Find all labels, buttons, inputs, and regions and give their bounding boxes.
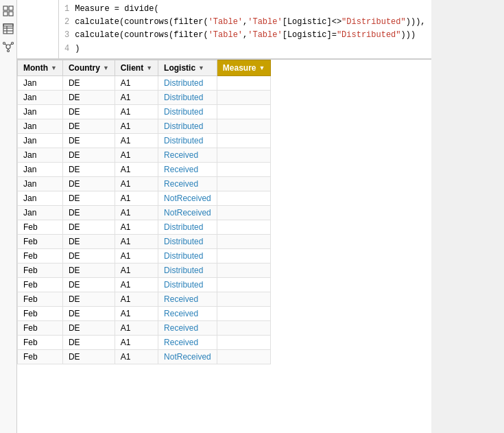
cell-country: DE [62,349,115,364]
cell-month: Jan [18,104,63,119]
table-row: FebDEA1Distributed [18,248,271,263]
cell-month: Feb [18,248,63,263]
cell-logistic: Distributed [158,90,217,104]
cell-client: A1 [115,248,158,263]
table-row: FebDEA1Distributed [18,220,271,234]
left-toolbar [0,0,17,433]
cell-month: Jan [18,119,63,133]
client-dropdown-icon[interactable]: ▼ [146,65,152,71]
table-row: FebDEA1Distributed [18,277,271,292]
col-country[interactable]: Country ▼ [62,60,115,75]
cell-country: DE [62,162,115,176]
cell-measure [217,176,271,191]
cell-logistic: Received [158,162,217,176]
cell-client: A1 [115,148,158,162]
cell-logistic: Distributed [158,248,217,263]
cell-logistic: Distributed [158,277,217,292]
col-logistic[interactable]: Logistic ▼ [158,60,217,75]
cell-client: A1 [115,335,158,349]
cell-country: DE [62,148,115,162]
main-container: 1Measure = divide( 2calculate(countrows(… [0,0,504,433]
cell-measure [217,349,271,364]
cell-measure [217,335,271,349]
cell-client: A1 [115,119,158,133]
measure-dropdown-icon[interactable]: ▼ [259,65,265,71]
cell-logistic: Distributed [158,104,217,119]
cell-country: DE [62,90,115,104]
col-client[interactable]: Client ▼ [115,60,158,75]
svg-rect-0 [3,6,8,10]
cell-logistic: Distributed [158,75,217,90]
cell-client: A1 [115,75,158,90]
cell-logistic: NotReceived [158,205,217,220]
table-body: JanDEA1DistributedJanDEA1DistributedJanD… [18,75,271,364]
table-header-row: Month ▼ Country ▼ Client [18,60,271,75]
model-view-icon[interactable] [0,38,16,55]
formula-editor[interactable]: 1Measure = divide( 2calculate(countrows(… [59,0,431,58]
cell-measure [217,306,271,320]
table-row: JanDEA1Distributed [18,90,271,104]
svg-rect-7 [3,24,13,34]
cell-measure [217,220,271,234]
cell-country: DE [62,104,115,119]
cell-measure [217,234,271,248]
cell-month: Jan [18,133,63,148]
table-row: JanDEA1Distributed [18,133,271,148]
country-dropdown-icon[interactable]: ▼ [103,65,109,71]
col-month[interactable]: Month ▼ [18,60,63,75]
cell-client: A1 [115,220,158,234]
cell-client: A1 [115,320,158,335]
cell-month: Feb [18,335,63,349]
cell-client: A1 [115,306,158,320]
cell-country: DE [62,119,115,133]
cell-client: A1 [115,176,158,191]
table-row: FebDEA1Received [18,306,271,320]
cell-client: A1 [115,133,158,148]
cell-month: Feb [18,306,63,320]
svg-rect-3 [9,12,13,16]
cell-logistic: NotReceived [158,191,217,205]
cell-logistic: Received [158,292,217,306]
cell-logistic: Received [158,176,217,191]
table-view-icon[interactable] [0,21,16,37]
cell-logistic: Distributed [158,220,217,234]
cell-month: Jan [18,90,63,104]
cell-month: Feb [18,349,63,364]
cell-measure [217,104,271,119]
cell-client: A1 [115,104,158,119]
table-row: FebDEA1Received [18,292,271,306]
cell-client: A1 [115,263,158,277]
cell-country: DE [62,335,115,349]
formula-bar: 1Measure = divide( 2calculate(countrows(… [17,0,431,59]
cell-month: Feb [18,263,63,277]
cell-measure [217,248,271,263]
cell-measure [217,205,271,220]
cell-month: Feb [18,292,63,306]
cell-country: DE [62,292,115,306]
cell-client: A1 [115,234,158,248]
svg-line-13 [5,44,7,45]
confirm-button[interactable] [39,21,54,36]
svg-rect-2 [3,12,8,16]
cancel-button[interactable] [21,21,36,36]
table-row: JanDEA1Distributed [18,104,271,119]
month-dropdown-icon[interactable]: ▼ [51,65,57,71]
cell-month: Jan [18,75,63,90]
cell-country: DE [62,234,115,248]
cell-logistic: Distributed [158,234,217,248]
table-area: Month ▼ Country ▼ Client [17,59,431,433]
cell-measure [217,119,271,133]
content-area: 1Measure = divide( 2calculate(countrows(… [17,0,431,433]
data-table: Month ▼ Country ▼ Client [17,60,271,364]
cell-month: Jan [18,205,63,220]
table-row: JanDEA1NotReceived [18,191,271,205]
cell-measure [217,320,271,335]
cell-measure [217,263,271,277]
cell-country: DE [62,277,115,292]
logistic-dropdown-icon[interactable]: ▼ [198,65,204,71]
cell-measure [217,292,271,306]
report-view-icon[interactable] [0,3,16,19]
col-measure[interactable]: Measure ▼ [217,60,271,75]
cell-month: Jan [18,191,63,205]
cell-logistic: Distributed [158,119,217,133]
